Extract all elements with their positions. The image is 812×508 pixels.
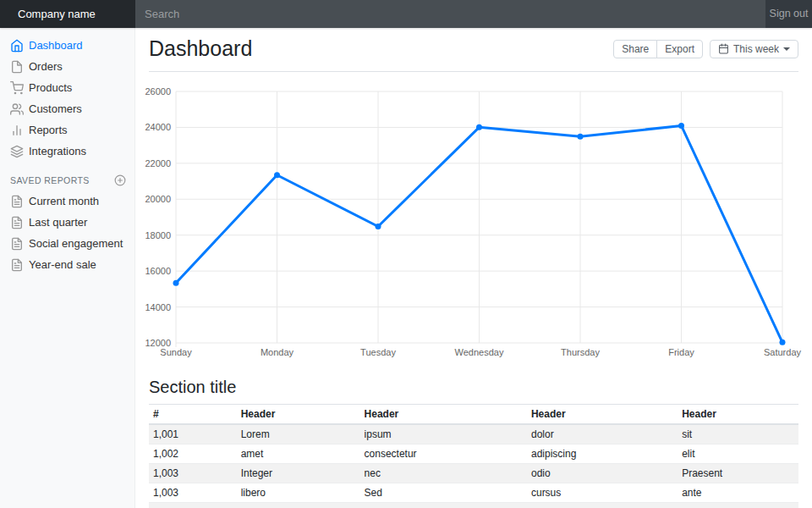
table-header-row: # Header Header Header Header: [149, 405, 798, 425]
layers-icon: [10, 145, 24, 158]
search-input[interactable]: [135, 0, 765, 28]
svg-text:Monday: Monday: [261, 347, 294, 357]
svg-text:Saturday: Saturday: [764, 347, 802, 357]
column-header: Header: [360, 405, 527, 425]
export-button[interactable]: Export: [656, 40, 703, 58]
section-title: Section title: [149, 378, 798, 397]
table-cell: 1,002: [149, 444, 237, 464]
svg-text:Sunday: Sunday: [160, 347, 192, 357]
svg-text:18000: 18000: [145, 230, 171, 240]
table-cell: 1,001: [149, 424, 237, 444]
sidebar-item-dashboard[interactable]: Dashboard: [0, 35, 134, 56]
file-icon: [10, 60, 24, 74]
sidebar-item-label: Orders: [29, 60, 63, 73]
sidebar-item-label: Products: [29, 81, 72, 94]
table-cell: Sed: [527, 503, 678, 508]
sidebar-item-label: Dashboard: [29, 39, 83, 52]
toolbar: Share Export This week: [613, 40, 798, 58]
table-cell: nisi: [678, 503, 798, 508]
svg-text:Friday: Friday: [668, 347, 694, 357]
period-label: This week: [733, 43, 779, 55]
file-text-icon: [10, 237, 24, 251]
sales-line-chart: 1200014000160001800020000220002400026000…: [149, 83, 798, 364]
sidebar-item-integrations[interactable]: Integrations: [0, 141, 134, 162]
table-cell: cursus: [527, 483, 678, 503]
table-row: 1,004 dapibus diam Sed nisi: [149, 503, 798, 508]
table-cell: adipiscing: [527, 444, 678, 464]
table-cell: Praesent: [678, 464, 798, 483]
file-text-icon: [10, 258, 24, 272]
column-header: Header: [678, 405, 798, 425]
sidebar-item-reports[interactable]: Reports: [0, 119, 134, 141]
sidebar-item-label: Current month: [29, 195, 99, 207]
table-cell: Lorem: [237, 424, 360, 444]
svg-text:14000: 14000: [145, 302, 171, 312]
svg-text:Thursday: Thursday: [561, 347, 600, 357]
sidebar-item-label: Integrations: [29, 145, 86, 157]
table-cell: elit: [678, 444, 798, 464]
table-cell: ante: [678, 483, 798, 503]
svg-text:Wednesday: Wednesday: [455, 347, 504, 357]
sidebar-item-label: Last quarter: [29, 216, 87, 229]
file-text-icon: [10, 216, 24, 229]
column-header: #: [149, 405, 237, 425]
sidebar-item-label: Social engagement: [29, 237, 123, 250]
bar-chart-icon: [10, 124, 24, 137]
table-cell: consectetur: [360, 444, 527, 464]
table-row: 1,001 Lorem ipsum dolor sit: [149, 424, 798, 444]
svg-text:26000: 26000: [145, 86, 171, 97]
chevron-down-icon: [783, 47, 790, 54]
main-content: Dashboard Share Export This week 1200014…: [135, 28, 812, 508]
page-title: Dashboard: [149, 36, 252, 61]
saved-reports-heading: SAVED REPORTS: [0, 174, 134, 186]
plus-circle-icon[interactable]: [114, 174, 126, 186]
sidebar-item-last-quarter[interactable]: Last quarter: [0, 212, 134, 233]
table-cell: Sed: [360, 483, 527, 503]
top-navbar: Company name Sign out: [0, 0, 812, 28]
column-header: Header: [237, 405, 360, 425]
sidebar-item-label: Year-end sale: [29, 258, 96, 271]
home-icon: [10, 39, 24, 52]
table-row: 1,003 libero Sed cursus ante: [149, 483, 798, 503]
table-cell: dapibus: [237, 503, 360, 508]
sidebar-item-products[interactable]: Products: [0, 77, 134, 98]
table-cell: nec: [360, 464, 527, 483]
table-cell: 1,004: [149, 503, 237, 508]
svg-text:22000: 22000: [145, 158, 171, 168]
sidebar-item-label: Customers: [29, 102, 82, 115]
table-cell: dolor: [527, 424, 678, 444]
share-export-group: Share Export: [613, 40, 703, 58]
shopping-cart-icon: [10, 81, 24, 95]
sidebar-item-label: Reports: [29, 124, 68, 136]
table-cell: amet: [237, 444, 360, 464]
users-icon: [10, 102, 24, 116]
company-brand[interactable]: Company name: [0, 0, 135, 28]
file-text-icon: [10, 195, 24, 208]
period-dropdown-button[interactable]: This week: [710, 40, 798, 58]
sidebar-item-year-end-sale[interactable]: Year-end sale: [0, 254, 134, 275]
table-cell: odio: [527, 464, 678, 483]
svg-text:20000: 20000: [145, 194, 171, 204]
calendar-icon: [718, 43, 729, 54]
sidebar-item-customers[interactable]: Customers: [0, 98, 134, 119]
sidebar-item-social-engagement[interactable]: Social engagement: [0, 233, 134, 254]
table-cell: 1,003: [149, 464, 237, 483]
table-cell: Integer: [237, 464, 360, 483]
svg-text:24000: 24000: [145, 122, 171, 132]
svg-text:Tuesday: Tuesday: [360, 347, 396, 357]
table-row: 1,002 amet consectetur adipiscing elit: [149, 444, 798, 464]
table-row: 1,003 Integer nec odio Praesent: [149, 464, 798, 483]
table-cell: diam: [360, 503, 527, 508]
svg-text:16000: 16000: [145, 266, 171, 276]
column-header: Header: [527, 405, 678, 425]
sidebar-item-orders[interactable]: Orders: [0, 56, 134, 77]
sidebar: Dashboard Orders Products Customers Repo…: [0, 28, 135, 508]
sidebar-item-current-month[interactable]: Current month: [0, 190, 134, 212]
table-cell: libero: [237, 483, 360, 503]
table-cell: ipsum: [360, 424, 527, 444]
page-header: Dashboard Share Export This week: [149, 28, 798, 72]
data-table: # Header Header Header Header 1,001 Lore…: [149, 404, 798, 508]
table-cell: 1,003: [149, 483, 237, 503]
sign-out-link[interactable]: Sign out: [765, 0, 812, 28]
share-button[interactable]: Share: [613, 40, 657, 58]
